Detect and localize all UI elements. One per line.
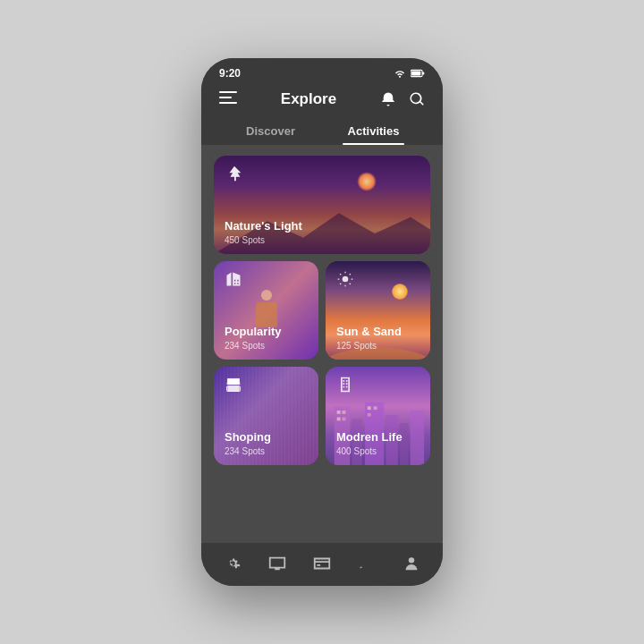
card-natures-light-info: Nature's Light 450 Spots <box>225 219 302 245</box>
card-shopping[interactable]: Shoping 234 Spots <box>214 367 318 465</box>
sun-dot <box>392 284 408 300</box>
nav-card[interactable] <box>312 554 332 573</box>
nav-settings[interactable] <box>223 554 242 573</box>
building-icon <box>336 376 354 398</box>
phone-frame: 9:20 Explore <box>201 58 443 586</box>
status-bar: 9:20 <box>201 58 443 85</box>
status-time: 9:20 <box>219 67 241 80</box>
card-natures-light-spots: 450 Spots <box>225 235 302 245</box>
nav-monitor[interactable] <box>267 554 287 573</box>
header-title: Explore <box>281 90 336 108</box>
tab-activities[interactable]: Activities <box>322 117 425 145</box>
card-sun-sand-title: Sun & Sand <box>336 325 402 339</box>
card-row-1: Popularity 234 Spots <box>214 261 430 360</box>
svg-point-23 <box>409 557 414 563</box>
card-modern-life-spots: 400 Spots <box>336 446 402 456</box>
content-area: Nature's Light 450 Spots <box>201 145 443 543</box>
card-natures-light-title: Nature's Light <box>225 219 302 233</box>
card-modern-life-info: Modren Life 400 Spots <box>336 430 402 456</box>
status-icons <box>394 69 425 78</box>
tree-icon <box>225 165 244 189</box>
svg-rect-2 <box>422 72 424 75</box>
bottom-navigation <box>201 543 443 586</box>
svg-rect-19 <box>343 418 346 421</box>
shop-icon <box>225 376 242 398</box>
svg-rect-4 <box>219 97 232 98</box>
card-sun-sand-info: Sun & Sand 125 Spots <box>336 325 402 351</box>
search-icon[interactable] <box>409 91 425 107</box>
svg-rect-17 <box>343 411 346 414</box>
svg-rect-22 <box>368 413 371 417</box>
city-buildings-icon <box>225 270 242 292</box>
sun-glow <box>357 172 377 191</box>
battery-icon <box>411 69 425 78</box>
card-shopping-spots: 234 Spots <box>225 446 271 456</box>
svg-rect-3 <box>219 91 237 93</box>
card-popularity-spots: 234 Spots <box>225 341 282 351</box>
card-shopping-info: Shoping 234 Spots <box>225 430 271 456</box>
svg-rect-21 <box>374 406 377 410</box>
svg-rect-18 <box>337 418 341 421</box>
tab-discover[interactable]: Discover <box>219 117 322 145</box>
card-popularity-title: Popularity <box>225 325 282 339</box>
card-sun-sand[interactable]: Sun & Sand 125 Spots <box>326 261 430 360</box>
card-shopping-title: Shoping <box>225 430 271 445</box>
card-popularity[interactable]: Popularity 234 Spots <box>214 261 318 360</box>
tabs-container: Discover Activities <box>201 117 443 145</box>
svg-rect-20 <box>368 406 371 410</box>
nav-chat[interactable] <box>357 554 377 573</box>
card-row-2: Shoping 234 Spots <box>214 367 430 465</box>
wifi-icon <box>394 69 406 78</box>
card-popularity-info: Popularity 234 Spots <box>225 325 282 351</box>
card-natures-light[interactable]: Nature's Light 450 Spots <box>214 156 430 254</box>
svg-rect-5 <box>219 102 237 104</box>
card-modern-life-title: Modren Life <box>336 430 402 445</box>
svg-rect-1 <box>411 71 420 75</box>
svg-point-8 <box>343 276 349 283</box>
card-sun-sand-spots: 125 Spots <box>336 341 402 351</box>
bell-icon[interactable] <box>380 91 396 107</box>
app-header: Explore <box>201 85 443 117</box>
svg-rect-16 <box>337 411 341 414</box>
sun-icon <box>336 270 354 292</box>
svg-rect-15 <box>411 411 425 465</box>
menu-button[interactable] <box>219 91 237 107</box>
nav-profile[interactable] <box>402 554 421 573</box>
card-modern-life[interactable]: Modren Life 400 Spots <box>326 367 430 465</box>
header-action-icons <box>380 91 425 107</box>
